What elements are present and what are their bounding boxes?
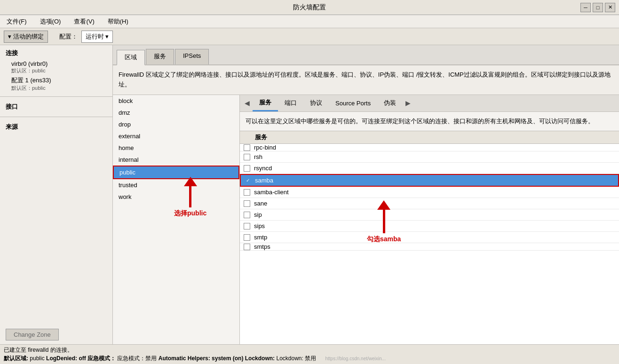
zone-work[interactable]: work [113, 191, 239, 203]
service-name-rpc-bind: rpc-bind [254, 144, 276, 151]
maximize-btn[interactable]: □ [593, 3, 603, 12]
main-area: 连接 virbr0 (virbr0) 默认区：public 配置 1 (ens3… [0, 45, 619, 344]
sources-title: 来源 [6, 123, 107, 131]
service-list-container: 服务 rpc-bind rsh rsyncd [240, 131, 619, 344]
tab-ipsets[interactable]: IPSets [175, 49, 209, 64]
sidebar: 连接 virbr0 (virbr0) 默认区：public 配置 1 (ens3… [0, 45, 113, 344]
tab-zones[interactable]: 区域 [117, 50, 145, 65]
checkbox-rsyncd[interactable] [244, 165, 250, 172]
sidebar-footer: Change Zone [0, 325, 112, 344]
statusbar-emergency: 应急模式： [87, 355, 116, 362]
service-row-sane[interactable]: sane [240, 198, 619, 209]
connections-section: 连接 virbr0 (virbr0) 默认区：public 配置 1 (ens3… [0, 45, 112, 95]
sub-tab-prev-arrow[interactable]: ◀ [242, 99, 253, 107]
menu-file[interactable]: 文件(F) [4, 16, 30, 27]
checkbox-sane[interactable] [244, 200, 250, 207]
sub-tab-next-arrow[interactable]: ▶ [403, 99, 413, 107]
zone-block[interactable]: block [113, 95, 239, 107]
checkbox-samba[interactable]: ✓ [245, 177, 251, 184]
menubar: 文件(F) 选项(O) 查看(V) 帮助(H) [0, 15, 619, 28]
virbr0-label: virbr0 (virbr0) [11, 60, 101, 67]
config-label: 配置： [59, 32, 78, 41]
ens33-label: 配置 1 (ens33) [11, 76, 101, 85]
sidebar-ens33[interactable]: 配置 1 (ens33) 默认区：public [6, 75, 107, 93]
checkbox-samba-client[interactable] [244, 189, 250, 196]
statusbar-line1: 已建立至 firewalld 的连接。 [4, 346, 615, 354]
service-row-samba-client[interactable]: samba-client [240, 187, 619, 198]
service-list-header: 服务 [240, 131, 619, 144]
service-name-sips: sips [254, 222, 265, 229]
statusbar-lockdown: Lockdown: [245, 355, 277, 362]
service-row-smtp[interactable]: smtp [240, 232, 619, 243]
menu-options[interactable]: 选项(O) [37, 16, 64, 27]
checkbox-sips[interactable] [244, 223, 250, 229]
sub-tab-bar: ◀ 服务 端口 协议 Source Ports 伪装 ▶ [240, 95, 619, 112]
zone-home[interactable]: home [113, 142, 239, 154]
sub-tab-services[interactable]: 服务 [253, 95, 278, 111]
interfaces-title: 接口 [6, 103, 107, 111]
statusbar-line2: 默认区域: public LogDenied: off 应急模式： 应急模式：禁… [4, 355, 615, 363]
zone-dmz[interactable]: dmz [113, 107, 239, 119]
virbr0-default: 默认区：public [11, 67, 101, 74]
zone-external[interactable]: external [113, 130, 239, 142]
checkbox-rsh[interactable] [244, 154, 250, 160]
service-name-samba-client: samba-client [254, 189, 289, 196]
zone-internal[interactable]: internal [113, 154, 239, 166]
zone-description: FirewallD 区域定义了绑定的网络连接、接口以及源地址的可信程度。区域是服… [113, 65, 619, 95]
service-row-samba[interactable]: ✓ samba [240, 174, 619, 187]
active-binding-btn[interactable]: ▾ 活动的绑定 [4, 31, 48, 43]
service-name-rsh: rsh [254, 153, 262, 160]
service-row-sips[interactable]: sips [240, 221, 619, 232]
checkbox-sip[interactable] [244, 212, 250, 218]
service-row-rsh[interactable]: rsh [240, 151, 619, 163]
checkbox-smtp[interactable] [244, 234, 250, 241]
right-panel: 区域 服务 IPSets FirewallD 区域定义了绑定的网络连接、接口以及… [113, 45, 619, 344]
service-name-sip: sip [254, 211, 262, 218]
statusbar-helpers: Automatic Helpers: system (on) [159, 355, 244, 362]
menu-help[interactable]: 帮助(H) [105, 16, 131, 27]
titlebar: 防火墙配置 ─ □ ✕ [0, 0, 619, 15]
sources-section: 来源 [0, 119, 112, 135]
service-row-smtps[interactable]: smtps [240, 243, 619, 251]
toolbar: ▾ 活动的绑定 配置： 运行时 ▾ [0, 28, 619, 45]
sidebar-divider-1 [0, 96, 112, 97]
service-row-sip[interactable]: sip [240, 209, 619, 221]
statusbar-lockdown-val: Lockdown: 禁用 [276, 355, 316, 362]
zone-trusted[interactable]: trusted [113, 179, 239, 191]
sub-tab-masquerade[interactable]: 伪装 [377, 95, 403, 111]
sidebar-divider-2 [0, 117, 112, 117]
checkbox-rpc-bind[interactable] [244, 144, 250, 151]
service-row-rsyncd[interactable]: rsyncd [240, 163, 619, 174]
change-zone-btn[interactable]: Change Zone [6, 329, 59, 340]
service-name-rsyncd: rsyncd [254, 165, 272, 172]
content-area: block dmz drop external home internal pu… [113, 95, 619, 344]
tab-services[interactable]: 服务 [146, 49, 174, 64]
zone-drop[interactable]: drop [113, 119, 239, 130]
ens33-default: 默认区：public [11, 85, 101, 92]
tab-bar: 区域 服务 IPSets [113, 45, 619, 65]
window-controls: ─ □ ✕ [580, 3, 615, 12]
service-name-smtp: smtp [254, 234, 267, 241]
statusbar-zone-prefix: 默认区域: [4, 355, 30, 362]
service-name-samba: samba [255, 177, 273, 184]
interfaces-section: 接口 [0, 99, 112, 115]
sub-tab-protocols[interactable]: 协议 [303, 95, 329, 111]
runtime-dropdown[interactable]: 运行时 ▾ [81, 31, 113, 43]
checkbox-smtps[interactable] [244, 244, 250, 250]
statusbar: 已建立至 firewalld 的连接。 默认区域: public LogDeni… [0, 344, 619, 364]
statusbar-zone-value: public [30, 355, 44, 362]
sub-tab-source-ports[interactable]: Source Ports [329, 95, 377, 111]
service-description: 可以在这里定义区域中哪些服务是可信的。可连接至绑定到这个区域的连接、接口和源的所… [240, 112, 619, 132]
statusbar-watermark: https://blog.csdn.net/weixin... [325, 356, 386, 361]
sub-tab-ports[interactable]: 端口 [278, 95, 303, 111]
minimize-btn[interactable]: ─ [580, 3, 591, 12]
config-section: 配置： 运行时 ▾ [59, 31, 113, 43]
service-name-smtps: smtps [254, 243, 270, 250]
service-row-rpc-bind[interactable]: rpc-bind [240, 144, 619, 151]
sidebar-virbr0[interactable]: virbr0 (virbr0) 默认区：public [6, 59, 107, 75]
menu-view[interactable]: 查看(V) [71, 16, 97, 27]
close-btn[interactable]: ✕ [605, 3, 615, 12]
zone-public[interactable]: public [113, 166, 239, 179]
window-title: 防火墙配置 [293, 3, 326, 12]
statusbar-emergency-val: 应急模式：禁用 [117, 355, 157, 362]
